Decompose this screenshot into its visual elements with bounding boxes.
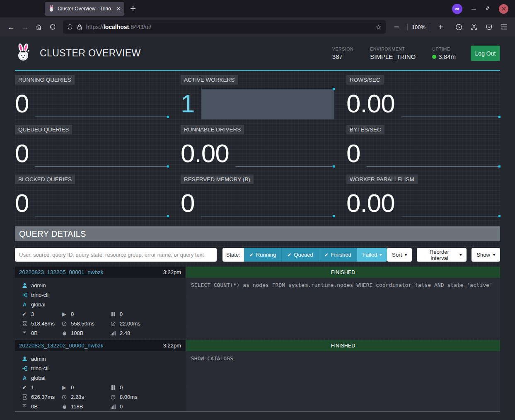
svg-text:A: A [23, 302, 27, 307]
state-label: State: [222, 248, 244, 262]
url-bar[interactable]: https://localhost:8443/ui/ ☆ [63, 20, 386, 34]
query-id-link[interactable]: 20220823_132202_00000_nwbzk [19, 342, 103, 349]
history-clock-icon[interactable] [452, 20, 465, 34]
dashboard: RUNNING QUERIES 0 ACTIVE WORKERS 1 ROWS/… [15, 71, 500, 412]
uptime-status-dot [432, 55, 436, 59]
logout-button[interactable]: Log Out [471, 46, 500, 61]
sparkline-area-chart [201, 89, 334, 119]
query-source: trino-cli [31, 365, 48, 371]
tile-rows-sec: ROWS/SEC 0.00 [346, 75, 500, 125]
cluster-header: CLUSTER OVERVIEW VERSION 387 ENVIRONMENT… [15, 36, 500, 71]
reload-button[interactable] [46, 20, 59, 34]
uptime-meta: UPTIME 3.84m [432, 46, 456, 60]
show-dropdown[interactable]: Show ▾ [471, 248, 500, 262]
trino-logo-icon [15, 44, 31, 63]
completed-splits-icon: ✔ [22, 384, 27, 391]
cumulative-memory-flame-icon [61, 404, 67, 409]
environment-meta: ENVIRONMENT SIMPLE_TRINO [370, 46, 416, 60]
user-icon [22, 356, 27, 362]
cpu-time-gauge-icon [110, 321, 116, 326]
sparkline-chart [35, 89, 169, 119]
tile-reserved-memory: RESERVED MEMORY (B) 0 [181, 175, 334, 224]
trino-page: CLUSTER OVERVIEW VERSION 387 ENVIRONMENT… [0, 36, 515, 420]
query-search-input[interactable] [15, 248, 217, 262]
tile-runnable-drivers: RUNNABLE DRIVERS 0.00 [181, 125, 334, 175]
stat-tiles: RUNNING QUERIES 0 ACTIVE WORKERS 1 ROWS/… [15, 75, 500, 224]
queued-splits-icon [110, 312, 116, 316]
reorder-interval-dropdown[interactable]: Reorder Interval ▾ [417, 248, 467, 262]
zoom-level[interactable]: 100% [412, 24, 426, 30]
query-toolbar: State: ✔ Running ✔ Queued ✔ Finished Fai… [15, 248, 500, 262]
elapsed-clock-icon [61, 395, 67, 400]
menu-hamburger-icon[interactable] [498, 20, 511, 34]
tile-queued-queries: QUEUED QUERIES 0 [15, 125, 169, 175]
browser-tab[interactable]: Cluster Overview - Trino [45, 2, 124, 16]
bookmark-star-icon[interactable]: ☆ [376, 23, 382, 31]
tile-blocked-queries: BLOCKED QUERIES 0 [15, 175, 169, 224]
window-minimize-button[interactable] [471, 5, 476, 12]
tile-worker-parallelism: WORKER PARALLELISM 0.00 [346, 175, 500, 224]
separator [430, 24, 430, 30]
zoom-in-button[interactable] [434, 20, 447, 34]
sparkline-chart [35, 138, 169, 169]
home-button[interactable] [32, 20, 46, 34]
wall-time-hourglass-icon [22, 321, 27, 326]
resource-group-icon: A [22, 302, 27, 307]
query-user: admin [31, 282, 46, 289]
memory-scale-icon [22, 404, 27, 409]
url-text: https://localhost:8443/ui/ [86, 24, 372, 30]
query-details-header: QUERY DETAILS [15, 226, 500, 241]
query-id-link[interactable]: 20220823_132205_00001_nwbzk [19, 269, 103, 275]
check-icon: ✔ [324, 252, 329, 258]
forward-button[interactable]: → [18, 20, 31, 34]
svg-text:A: A [23, 375, 27, 381]
window-restore-button[interactable] [485, 5, 490, 12]
parallelism-chart-icon [110, 404, 116, 409]
tile-active-workers: ACTIVE WORKERS 1 [181, 75, 334, 125]
running-splits-icon: ▶ [61, 384, 67, 391]
new-tab-button[interactable] [130, 6, 136, 12]
window-close-button[interactable] [499, 4, 508, 14]
sign-in-icon [22, 292, 27, 298]
sparkline-chart [201, 188, 334, 219]
sign-in-icon [22, 366, 27, 371]
filter-running-button[interactable]: ✔ Running [244, 248, 282, 262]
query-source: trino-cli [31, 292, 48, 298]
state-filter-group: State: ✔ Running ✔ Queued ✔ Finished Fai… [222, 248, 387, 262]
filter-failed-dropdown[interactable]: Failed ▾ [357, 248, 387, 262]
shield-icon[interactable] [67, 24, 73, 30]
query-state-banner: FINISHED [186, 267, 500, 278]
caret-down-icon: ▾ [459, 252, 462, 257]
lock-warning-icon[interactable] [77, 24, 82, 30]
query-resource-group: global [31, 375, 46, 381]
parallelism-chart-icon [110, 331, 116, 335]
pocket-icon[interactable] [483, 20, 496, 34]
query-resource-group: global [31, 301, 46, 308]
query-user: admin [31, 356, 46, 362]
query-state-banner: FINISHED [186, 340, 500, 351]
sparkline-chart [367, 138, 500, 169]
zoom-out-button[interactable] [390, 20, 403, 34]
cpu-time-gauge-icon [110, 395, 116, 400]
filter-finished-button[interactable]: ✔ Finished [319, 248, 357, 262]
separator [407, 24, 408, 30]
back-button[interactable]: ← [4, 20, 18, 34]
sparkline-chart [401, 89, 500, 119]
tile-bytes-sec: BYTES/SEC 0 [346, 125, 500, 175]
sparkline-chart [35, 188, 169, 219]
tab-close-icon[interactable] [116, 7, 121, 11]
check-icon: ✔ [249, 252, 254, 258]
completed-splits-icon: ✔ [22, 311, 27, 317]
sparkline-chart [236, 138, 334, 169]
screenshot-scissors-icon[interactable] [468, 20, 481, 34]
resource-group-icon: A [22, 375, 27, 381]
private-browsing-icon: ∞ [452, 4, 462, 14]
trino-favicon-icon [48, 5, 54, 12]
memory-scale-icon [22, 331, 27, 335]
query-time: 3:22pm [163, 342, 181, 349]
sort-dropdown[interactable]: Sort ▾ [387, 248, 412, 262]
query-sql-text: SHOW CATALOGS [186, 351, 500, 411]
caret-down-icon: ▾ [493, 252, 495, 257]
filter-queued-button[interactable]: ✔ Queued [281, 248, 318, 262]
browser-navbar: ← → https://localhost:8443/ui/ ☆ 100% [0, 17, 515, 36]
